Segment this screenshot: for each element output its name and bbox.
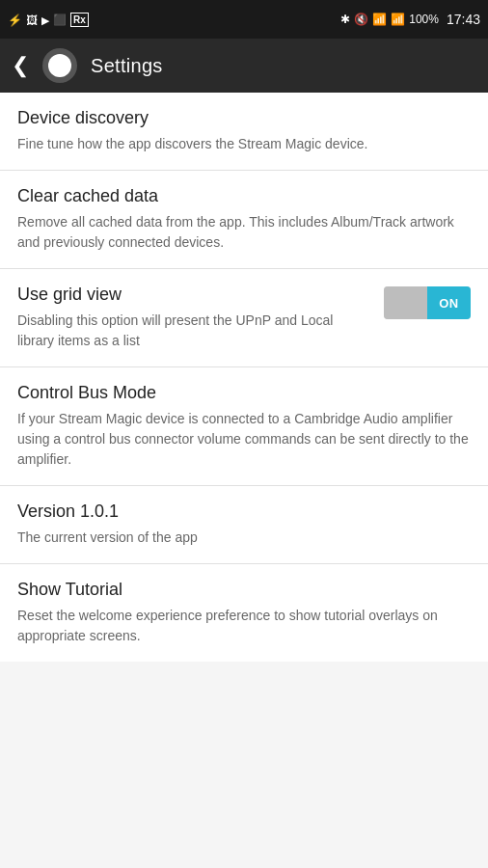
avatar [42, 48, 77, 83]
setting-title-clear-cached-data: Clear cached data [17, 186, 471, 206]
usb-icon [8, 13, 22, 27]
setting-item-control-bus-mode[interactable]: Control Bus Mode If your Stream Magic de… [0, 367, 488, 486]
mute-icon: 🔇 [354, 13, 368, 26]
page-title: Settings [91, 55, 163, 77]
battery-percent: 100% [409, 13, 439, 26]
toggle-off-area [384, 286, 427, 319]
setting-desc-clear-cached-data: Remove all cached data from the app. Thi… [17, 212, 471, 253]
setting-item-device-discovery[interactable]: Device discovery Fine tune how the app d… [0, 93, 488, 171]
image-icon [26, 13, 38, 27]
setting-title-show-tutorial: Show Tutorial [17, 580, 471, 600]
setting-title-version: Version 1.0.1 [17, 502, 471, 522]
setting-title-use-grid-view: Use grid view [17, 285, 372, 305]
toggle-container-grid-view[interactable]: ON [384, 286, 471, 319]
status-right-icons: ✱ 🔇 📶 📶 100% 17:43 [340, 12, 480, 27]
setting-desc-control-bus-mode: If your Stream Magic device is connected… [17, 409, 471, 470]
setting-desc-version: The current version of the app [17, 528, 471, 548]
status-bar: ⬛ Rx ✱ 🔇 📶 📶 100% 17:43 [0, 0, 488, 39]
battery-indicator-icon: ⬛ [53, 14, 67, 26]
toggle-switch-grid-view[interactable]: ON [384, 286, 471, 319]
setting-item-clear-cached-data[interactable]: Clear cached data Remove all cached data… [0, 171, 488, 269]
status-left-icons: ⬛ Rx [8, 13, 89, 27]
setting-title-control-bus-mode: Control Bus Mode [17, 383, 471, 403]
toggle-on-label: ON [439, 296, 459, 311]
settings-list: Device discovery Fine tune how the app d… [0, 93, 488, 868]
setting-item-version: Version 1.0.1 The current version of the… [0, 486, 488, 564]
toggle-on-area: ON [427, 286, 471, 319]
wifi-icon: 📶 [372, 13, 387, 26]
setting-desc-use-grid-view: Disabling this option will present the U… [17, 311, 372, 351]
avatar-image [48, 54, 71, 77]
play-icon [41, 13, 49, 27]
setting-item-use-grid-view[interactable]: Use grid view Disabling this option will… [0, 269, 488, 367]
setting-text-use-grid-view: Use grid view Disabling this option will… [17, 285, 372, 351]
rx-icon: Rx [70, 13, 89, 27]
signal-icon: 📶 [391, 13, 405, 26]
setting-desc-device-discovery: Fine tune how the app discovers the Stre… [17, 134, 471, 154]
back-button[interactable]: ❮ [12, 53, 29, 78]
setting-title-device-discovery: Device discovery [17, 108, 471, 128]
setting-desc-show-tutorial: Reset the welcome experience preference … [17, 606, 471, 646]
time-display: 17:43 [447, 12, 480, 27]
bluetooth-icon: ✱ [340, 13, 350, 26]
app-bar: ❮ Settings [0, 39, 488, 93]
setting-item-show-tutorial[interactable]: Show Tutorial Reset the welcome experien… [0, 564, 488, 662]
